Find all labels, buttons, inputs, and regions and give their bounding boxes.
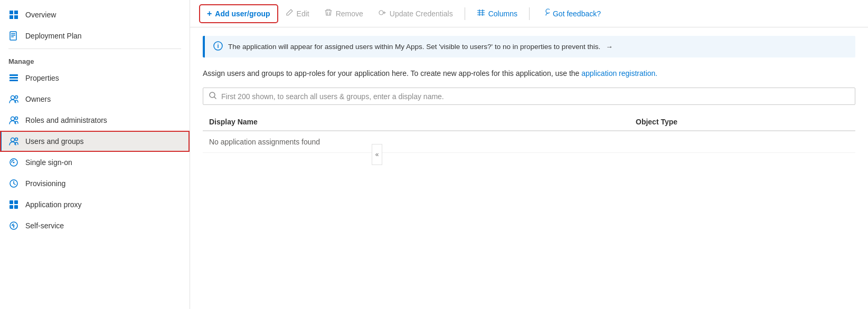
sidebar-item-overview[interactable]: Overview xyxy=(0,4,190,25)
owners-icon xyxy=(8,94,19,104)
svg-rect-7 xyxy=(11,36,14,37)
sidebar-item-properties[interactable]: Properties xyxy=(0,67,190,89)
sidebar-item-deployment-plan[interactable]: Deployment Plan xyxy=(0,25,190,46)
edit-icon xyxy=(285,8,294,18)
svg-point-11 xyxy=(11,96,15,100)
empty-state-row: No application assignments found xyxy=(203,131,855,153)
app-registration-link[interactable]: application registration. xyxy=(581,69,657,78)
banner-arrow: → xyxy=(606,43,613,51)
info-icon: i xyxy=(213,41,223,52)
self-service-icon xyxy=(8,220,19,231)
edit-button[interactable]: Edit xyxy=(279,5,316,22)
main-content: + Add user/group Edit Remove xyxy=(190,0,868,309)
manage-section-label: Manage xyxy=(0,51,190,67)
sidebar-item-users-groups[interactable]: Users and groups xyxy=(0,131,190,152)
sidebar-item-label: Properties xyxy=(25,74,59,82)
content-area: i The application will appear for assign… xyxy=(190,27,868,309)
svg-rect-3 xyxy=(14,15,18,19)
plus-icon: + xyxy=(207,9,212,18)
sidebar-item-provisioning[interactable]: Provisioning xyxy=(0,173,190,194)
column-object-type: Object Type xyxy=(636,118,849,126)
users-icon xyxy=(8,136,19,147)
description-text: Assign users and groups to app-roles for… xyxy=(203,68,855,79)
search-icon xyxy=(209,91,217,101)
grid-icon xyxy=(8,9,19,20)
search-input[interactable] xyxy=(221,92,850,101)
feedback-icon xyxy=(541,8,550,18)
svg-point-27 xyxy=(546,9,550,13)
provisioning-icon xyxy=(8,178,19,189)
sso-icon xyxy=(8,157,19,168)
sidebar-item-label: Roles and administrators xyxy=(25,116,107,124)
column-display-name: Display Name xyxy=(209,118,636,126)
svg-rect-2 xyxy=(10,15,13,19)
svg-point-12 xyxy=(15,96,18,99)
toolbar: + Add user/group Edit Remove xyxy=(190,0,868,27)
sidebar-item-label: Users and groups xyxy=(25,137,84,146)
sidebar-item-label: Overview xyxy=(25,11,56,19)
svg-point-26 xyxy=(379,11,383,15)
svg-rect-5 xyxy=(11,33,15,34)
app-proxy-icon xyxy=(8,199,19,210)
columns-button[interactable]: Columns xyxy=(470,5,524,22)
sidebar-item-label: Self-service xyxy=(25,221,64,230)
trash-icon xyxy=(324,8,333,18)
svg-rect-6 xyxy=(11,35,15,36)
remove-button[interactable]: Remove xyxy=(318,5,370,22)
svg-point-14 xyxy=(15,117,18,120)
sidebar-item-label: Single sign-on xyxy=(25,158,72,167)
collapse-sidebar-button[interactable]: « xyxy=(372,144,382,165)
svg-point-16 xyxy=(15,138,18,141)
search-box xyxy=(203,88,855,105)
sidebar-item-self-service[interactable]: Self-service xyxy=(0,215,190,236)
columns-icon xyxy=(477,8,485,18)
svg-rect-21 xyxy=(14,200,18,204)
svg-rect-22 xyxy=(10,205,13,209)
add-user-group-button[interactable]: + Add user/group xyxy=(201,6,277,22)
update-credentials-button[interactable]: Update Credentials xyxy=(372,5,459,22)
sidebar-item-label: Provisioning xyxy=(25,179,65,188)
roles-icon xyxy=(8,115,19,125)
toolbar-divider xyxy=(465,7,465,20)
feedback-button[interactable]: Got feedback? xyxy=(535,5,607,22)
svg-rect-20 xyxy=(10,200,13,204)
svg-rect-10 xyxy=(10,80,18,81)
sidebar: Overview Deployment Plan Manage Properti… xyxy=(0,0,190,309)
key-icon xyxy=(378,8,386,18)
svg-point-13 xyxy=(11,117,15,121)
banner-text: The application will appear for assigned… xyxy=(228,43,600,51)
toolbar-divider-2 xyxy=(529,7,530,20)
book-icon xyxy=(8,31,19,41)
svg-text:i: i xyxy=(217,43,219,49)
properties-icon xyxy=(8,73,19,83)
sidebar-item-roles-admins[interactable]: Roles and administrators xyxy=(0,110,190,131)
empty-message: No application assignments found xyxy=(209,138,320,146)
sidebar-divider xyxy=(8,49,181,49)
svg-rect-23 xyxy=(14,205,18,209)
sidebar-item-owners[interactable]: Owners xyxy=(0,89,190,110)
svg-point-18 xyxy=(13,162,15,163)
sidebar-item-app-proxy[interactable]: Application proxy xyxy=(0,194,190,215)
svg-rect-0 xyxy=(10,11,13,14)
svg-rect-8 xyxy=(10,74,18,76)
sidebar-item-single-signon[interactable]: Single sign-on xyxy=(0,152,190,173)
svg-rect-9 xyxy=(10,77,18,79)
sidebar-item-label: Owners xyxy=(25,95,51,103)
svg-rect-1 xyxy=(14,11,18,14)
info-banner: i The application will appear for assign… xyxy=(203,36,855,57)
svg-point-15 xyxy=(11,138,15,142)
sidebar-item-label: Application proxy xyxy=(25,200,82,209)
sidebar-item-label: Deployment Plan xyxy=(25,32,82,40)
table-header: Display Name Object Type xyxy=(203,113,855,131)
svg-rect-4 xyxy=(10,32,16,40)
